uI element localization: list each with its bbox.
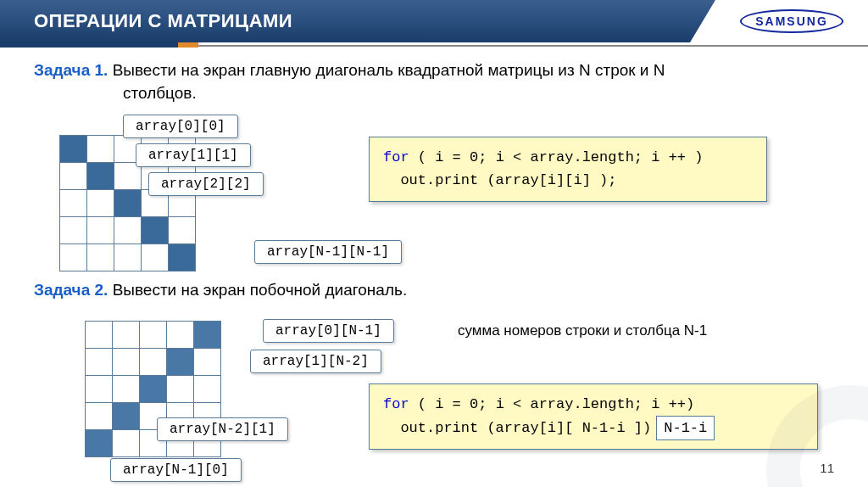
code-task2: for ( i = 0; i < array.length; i ++) out…: [369, 383, 818, 450]
logo-area: SAMSUNG: [715, 0, 868, 42]
code2-line2: out.print (array[i][ N-1-i ])N-1-i: [383, 416, 804, 440]
slide-title: ОПЕРАЦИИ С МАТРИЦАМИ: [34, 10, 292, 32]
code1-line1: for ( i = 0; i < array.length; i ++ ): [383, 146, 753, 169]
label-11: array[1][1]: [136, 143, 251, 167]
task1-line2: столбцов.: [123, 82, 834, 105]
slide-content: Задача 1. Вывести на экран главную диаго…: [0, 42, 868, 487]
label-22: array[2][2]: [148, 172, 264, 196]
label-N21: array[N-2][1]: [157, 417, 288, 441]
label-00: array[0][0]: [123, 115, 238, 138]
label-N10: array[N-1][0]: [110, 458, 242, 482]
task2-note: сумма номеров строки и столбца N-1: [458, 322, 707, 339]
code2-line1: for ( i = 0; i < array.length; i ++): [383, 393, 804, 416]
highlight-N-1-i: N-1-i: [656, 416, 715, 440]
task2-text: Задача 2. Вывести на экран побочной диаг…: [34, 279, 834, 302]
label-1N2: array[1][N-2]: [250, 350, 381, 373]
task1-text: Задача 1. Вывести на экран главную диаго…: [34, 59, 834, 104]
section-2: array[0][N-1] array[1][N-2] array[N-2][1…: [34, 307, 834, 487]
task1-label: Задача 1.: [34, 61, 108, 79]
label-NN: array[N-1][N-1]: [254, 240, 402, 264]
code1-line2: out.print (array[i][i] );: [383, 169, 753, 192]
samsung-logo: SAMSUNG: [740, 9, 843, 33]
task2-line: Вывести на экран побочной диагональ.: [113, 281, 408, 299]
slide-header: ОПЕРАЦИИ С МАТРИЦАМИ SAMSUNG: [0, 0, 868, 42]
section-1: array[0][0] array[1][1] array[2][2] arra…: [34, 109, 834, 279]
label-0N1: array[0][N-1]: [263, 319, 394, 343]
task2-label: Задача 2.: [34, 281, 108, 299]
code-task1: for ( i = 0; i < array.length; i ++ ) ou…: [369, 137, 767, 201]
task1-line1: Вывести на экран главную диагональ квадр…: [113, 61, 665, 79]
